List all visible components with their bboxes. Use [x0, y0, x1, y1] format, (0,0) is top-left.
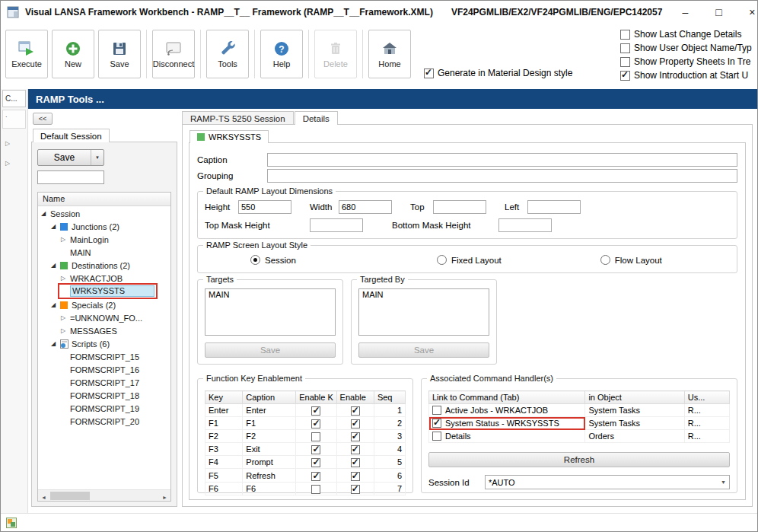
expander-icon[interactable]: [51, 262, 60, 269]
col-seq[interactable]: Seq: [374, 391, 405, 404]
tree-item-formscript-18[interactable]: FORMSCRIPT_18: [38, 389, 170, 402]
enable-key-checkbox[interactable]: [311, 472, 320, 481]
col-enable[interactable]: Enable: [336, 391, 374, 404]
enable-checkbox[interactable]: [351, 485, 360, 494]
fk-row-f5[interactable]: F5 Refresh 6: [205, 469, 406, 482]
width-input[interactable]: [339, 200, 392, 214]
expander-icon[interactable]: [51, 301, 60, 308]
subtab-wrksyssts[interactable]: WRKSYSSTS: [190, 130, 269, 143]
targeted-by-listbox[interactable]: MAIN: [358, 288, 489, 336]
col-enable-key[interactable]: Enable K: [296, 391, 336, 404]
chevron-right-icon[interactable]: [5, 135, 27, 148]
maximize-icon[interactable]: □: [702, 1, 735, 24]
scroll-right-icon[interactable]: [159, 489, 170, 502]
refresh-button[interactable]: Refresh: [428, 452, 730, 467]
tree-item-junctions[interactable]: Junctions (2): [38, 220, 170, 233]
fixed-layout-radio[interactable]: [437, 255, 447, 265]
filter-input[interactable]: [37, 170, 104, 184]
minimize-icon[interactable]: –: [668, 1, 702, 24]
grouping-input[interactable]: [267, 169, 737, 183]
chevron-right-icon[interactable]: [5, 155, 27, 168]
collapsed-tab[interactable]: C...: [2, 90, 26, 107]
tree-item-formscript-19[interactable]: FORMSCRIPT_19: [38, 402, 170, 415]
handler-row-active-jobs[interactable]: Active Jobs - WRKACTJOB System Tasks R..…: [429, 404, 730, 417]
fixed-layout-radio-option[interactable]: Fixed Layout: [437, 255, 502, 265]
tree-item-formscript-16[interactable]: FORMSCRIPT_16: [38, 363, 170, 376]
new-button[interactable]: New: [52, 30, 94, 78]
targets-save-button[interactable]: Save: [205, 342, 336, 358]
expander-icon[interactable]: [51, 340, 60, 347]
handler-checkbox[interactable]: [432, 432, 441, 441]
enable-checkbox[interactable]: [351, 458, 360, 467]
enable-checkbox[interactable]: [351, 445, 360, 454]
col-in-object[interactable]: in Object: [585, 391, 684, 404]
targeted-by-save-button[interactable]: Save: [358, 342, 489, 358]
tree-item-specials[interactable]: Specials (2): [38, 298, 170, 311]
tree-item-formscript-20[interactable]: FORMSCRIPT_20: [38, 415, 170, 428]
tree-item-unknown-form[interactable]: =UNKNOWN_FO...: [38, 311, 170, 324]
home-button[interactable]: Home: [368, 30, 411, 78]
material-design-checkbox[interactable]: [424, 68, 434, 78]
left-input[interactable]: [527, 200, 581, 214]
enable-key-checkbox[interactable]: [311, 485, 320, 494]
handler-checkbox[interactable]: [432, 406, 441, 415]
tree-item-session[interactable]: Session: [38, 207, 170, 220]
col-key[interactable]: Key: [205, 391, 243, 404]
enable-key-checkbox[interactable]: [311, 419, 320, 428]
flow-layout-radio[interactable]: [600, 255, 610, 265]
fk-row-f4[interactable]: F4 Prompt 5: [205, 456, 406, 469]
enable-key-checkbox[interactable]: [311, 445, 320, 454]
targets-listbox[interactable]: MAIN: [205, 288, 336, 336]
caption-input[interactable]: [267, 153, 737, 167]
expander-icon[interactable]: [61, 327, 70, 334]
session-radio[interactable]: [250, 255, 260, 265]
top-mask-height-input[interactable]: [310, 218, 363, 232]
save-dropdown-button[interactable]: Save: [37, 149, 104, 166]
dropdown-arrow-icon[interactable]: [91, 150, 104, 165]
enable-checkbox[interactable]: [351, 406, 360, 416]
fk-row-f3[interactable]: F3 Exit 4: [205, 443, 406, 456]
horizontal-scrollbar[interactable]: [38, 489, 170, 501]
tree-item-messages[interactable]: MESSAGES: [38, 324, 170, 337]
fk-row-f1[interactable]: F1 F1 2: [205, 417, 406, 430]
show-last-change-checkbox[interactable]: [620, 30, 630, 40]
handler-row-details[interactable]: Details Orders R...: [429, 430, 730, 443]
scrollbar-thumb[interactable]: [50, 492, 90, 500]
fk-row-enter[interactable]: Enter Enter 1: [205, 404, 406, 417]
enable-key-checkbox[interactable]: [311, 458, 320, 467]
tree-column-header[interactable]: Name: [38, 193, 170, 206]
tree-item-scripts[interactable]: Scripts (6): [38, 337, 170, 350]
top-input[interactable]: [433, 200, 486, 214]
collapse-panel-button[interactable]: <<: [33, 113, 53, 125]
tab-ramp-ts-session[interactable]: RAMP-TS 5250 Session: [182, 111, 294, 125]
tab-default-session[interactable]: Default Session: [33, 129, 110, 142]
session-radio-option[interactable]: Session: [250, 255, 296, 265]
fk-row-f2[interactable]: F2 F2 3: [205, 430, 406, 443]
show-introduction-checkbox[interactable]: [620, 71, 630, 81]
expander-icon[interactable]: [61, 275, 70, 282]
tree-item-wrkactjob[interactable]: WRKACTJOB: [38, 272, 170, 285]
enable-checkbox[interactable]: [351, 432, 360, 441]
disconnect-button[interactable]: Disconnect: [152, 30, 195, 78]
enable-key-checkbox[interactable]: [311, 406, 320, 416]
execute-button[interactable]: Execute: [5, 30, 48, 78]
show-property-sheets-checkbox[interactable]: [620, 57, 630, 67]
height-input[interactable]: [238, 200, 291, 214]
tree-item-formscript-17[interactable]: FORMSCRIPT_17: [38, 376, 170, 389]
help-button[interactable]: ? Help: [260, 30, 303, 78]
tree-item-destinations[interactable]: Destinations (2): [38, 259, 170, 272]
targeted-by-item[interactable]: MAIN: [362, 290, 486, 299]
handler-row-system-status[interactable]: System Status - WRKSYSSTS System Tasks R…: [429, 417, 730, 430]
close-icon[interactable]: ×: [735, 1, 758, 24]
tab-details[interactable]: Details: [295, 111, 338, 125]
enable-key-checkbox[interactable]: [311, 432, 320, 441]
save-button[interactable]: Save: [98, 30, 141, 78]
expander-icon[interactable]: [61, 236, 70, 243]
col-link-to-command[interactable]: Link to Command (Tab): [429, 391, 585, 404]
delete-button[interactable]: Delete: [314, 30, 357, 78]
fk-row-f6[interactable]: F6 F6 7: [205, 482, 406, 495]
target-item[interactable]: MAIN: [209, 290, 332, 299]
show-user-object-checkbox[interactable]: [620, 43, 630, 53]
tools-button[interactable]: Tools: [206, 30, 249, 78]
tree-item-formscript-15[interactable]: FORMSCRIPT_15: [38, 350, 170, 363]
